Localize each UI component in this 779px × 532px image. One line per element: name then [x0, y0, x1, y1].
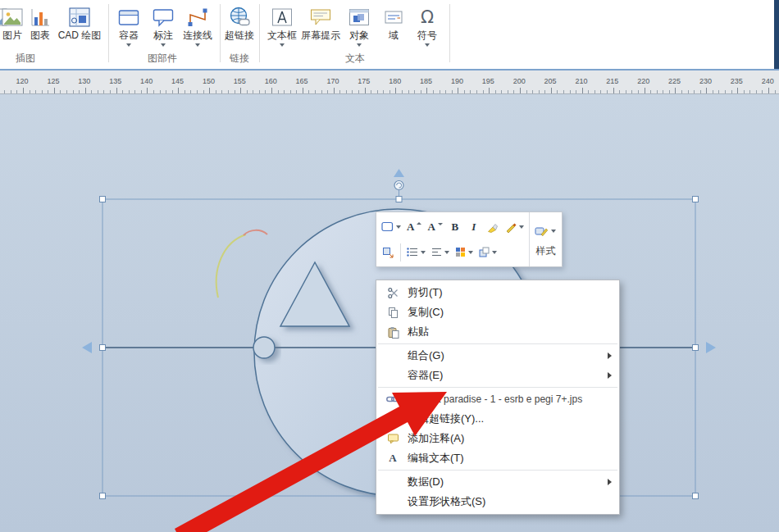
ribbon-button-connector[interactable]: 连接线 [180, 2, 216, 55]
ruler-minor-tick [327, 90, 328, 93]
ruler-major-tick [706, 88, 707, 93]
arrange-button[interactable] [476, 242, 499, 262]
ruler-major-tick [613, 88, 614, 93]
ruler-minor-tick [725, 90, 726, 93]
selection-handle[interactable] [100, 345, 106, 351]
selection-handle[interactable] [396, 197, 402, 202]
ruler-minor-tick [103, 90, 104, 93]
autoconnect-arrow-right[interactable] [706, 342, 716, 353]
bullet-list-button[interactable] [404, 242, 428, 262]
ribbon-button-object[interactable]: 对象 [344, 2, 375, 55]
bold-button[interactable]: B [446, 216, 464, 237]
ruler-major-tick [458, 88, 458, 93]
ribbon-button-cad[interactable]: CAD 绘图 [56, 2, 103, 55]
menu-item-container[interactable]: 容器(E) [376, 366, 619, 385]
menu-item-edit-text[interactable]: A 编辑文本(T) [376, 448, 619, 468]
selection-handle[interactable] [100, 197, 106, 202]
menu-item-label: burnout paradise - 1 - esrb e pegi 7+.jp… [408, 393, 582, 405]
ribbon-button-container[interactable]: 容器 [114, 2, 144, 55]
position-button[interactable] [379, 242, 397, 262]
align-button[interactable] [429, 242, 452, 262]
shape-style-button[interactable] [379, 216, 403, 237]
drawing-canvas[interactable]: A A B I [0, 94, 779, 532]
ribbon-button-label: 域 [389, 30, 399, 41]
dropdown-arrow-icon [280, 43, 285, 47]
ruler-unit-label: 230 [699, 77, 712, 85]
ruler-unit-label: 155 [234, 77, 246, 85]
italic-button[interactable]: I [465, 216, 483, 237]
dropdown-arrow-icon [519, 225, 524, 229]
ruler-minor-tick [526, 90, 527, 93]
shrink-font-button[interactable]: A [425, 216, 444, 237]
ruler-minor-tick [308, 90, 309, 93]
menu-item-add-comment[interactable]: 添加注释(A) [376, 429, 619, 448]
menu-item-edit-hyperlink[interactable]: 编辑超链接(Y)... [376, 409, 619, 429]
grow-font-button[interactable]: A [404, 216, 424, 237]
ruler-minor-tick [657, 90, 658, 93]
ruler-major-tick [240, 88, 241, 93]
ribbon-button-screentip[interactable]: 屏幕提示 [298, 2, 343, 55]
ruler-major-tick [116, 88, 117, 93]
fill-color-button[interactable] [453, 242, 476, 262]
ink-color-button[interactable] [503, 216, 526, 237]
ruler-unit-label: 225 [668, 77, 681, 85]
ribbon-group-illustrations: 插图 [16, 52, 35, 66]
autoconnect-arrow-left[interactable] [82, 342, 92, 353]
selection-handle[interactable] [693, 345, 699, 351]
ribbon-button-callout[interactable]: 标注 [148, 2, 178, 55]
ruler-minor-tick [638, 90, 639, 93]
menu-item-paste[interactable]: 粘贴 [376, 322, 619, 342]
ruler-minor-tick [16, 90, 17, 93]
ruler-minor-tick [700, 90, 701, 93]
ribbon-button-picture[interactable]: 图片 [0, 2, 25, 55]
menu-item-data[interactable]: 数据(D) [376, 472, 619, 492]
ribbon-button-symbol[interactable]: Ω 符号 [412, 2, 443, 55]
ruler-minor-tick [377, 90, 378, 93]
menu-item-format-shape[interactable]: 设置形状格式(S) [376, 492, 619, 512]
selection-handle[interactable] [100, 493, 106, 499]
ruler-minor-tick [607, 90, 608, 93]
style-button[interactable] [532, 221, 558, 242]
selection-handle[interactable] [693, 197, 699, 202]
autoconnect-arrow-top[interactable] [394, 169, 404, 177]
bullet-list-icon [407, 248, 418, 257]
selection-handle[interactable] [693, 493, 699, 499]
ruler-minor-tick [619, 90, 620, 93]
ruler-minor-tick [749, 90, 750, 93]
ruler-minor-tick [197, 90, 198, 93]
ruler-major-tick [737, 88, 738, 93]
object-icon [348, 2, 370, 27]
highlighter-button[interactable] [484, 216, 502, 237]
ruler-unit-label: 210 [575, 77, 587, 85]
ruler-minor-tick [184, 90, 185, 93]
ribbon-button-label: 容器 [119, 30, 139, 41]
ruler-major-tick [489, 88, 490, 93]
submenu-arrow-icon [608, 479, 612, 485]
menu-item-copy[interactable]: 复制(C) [376, 302, 619, 322]
ribbon-button-label: CAD 绘图 [58, 30, 102, 41]
rotation-handle[interactable] [394, 181, 403, 190]
ribbon-button-textbox[interactable]: 文本框 [264, 2, 300, 55]
menu-item-label: 容器(E) [408, 368, 443, 383]
chart-icon [30, 2, 50, 27]
ruler-minor-tick [358, 90, 359, 93]
menu-item-group[interactable]: 组合(G) [376, 346, 619, 366]
ruler-minor-tick [278, 90, 279, 93]
ruler-minor-tick [284, 90, 285, 93]
ribbon-button-field[interactable]: 域 [381, 2, 406, 55]
menu-separator [378, 470, 617, 471]
menu-item-hyperlink-file[interactable]: burnout paradise - 1 - esrb e pegi 7+.jp… [376, 389, 619, 409]
shape-outline-icon [381, 221, 394, 232]
ribbon-button-hyperlink[interactable]: 超链接 [222, 2, 257, 55]
small-circle-shape[interactable] [253, 337, 275, 358]
menu-item-cut[interactable]: 剪切(T) [376, 283, 619, 302]
connector-icon [187, 2, 208, 27]
ribbon-button-chart[interactable]: 图表 [27, 2, 53, 55]
ribbon-group-text: 文本 [345, 52, 365, 66]
ruler-minor-tick [470, 90, 471, 93]
ruler-minor-tick [172, 90, 173, 93]
ruler-minor-tick [253, 90, 253, 93]
ruler-minor-tick [557, 90, 558, 93]
ruler-minor-tick [265, 90, 266, 93]
symbol-omega-icon: Ω [421, 2, 434, 27]
